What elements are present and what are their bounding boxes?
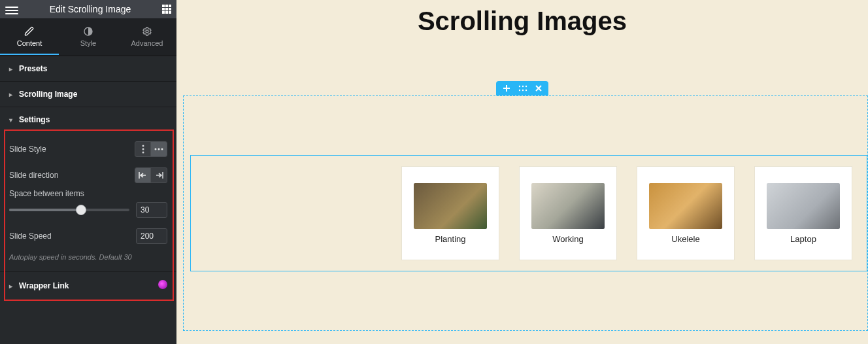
svg-point-11	[522, 86, 524, 87]
svg-point-3	[142, 148, 144, 150]
add-section-button[interactable]	[503, 84, 510, 92]
card-label: Planting	[435, 234, 466, 244]
section-title: Settings	[19, 115, 50, 124]
apps-grid-icon[interactable]	[162, 5, 171, 14]
align-end-icon	[154, 171, 163, 179]
tab-style[interactable]: Style	[59, 18, 118, 55]
tab-advanced[interactable]: Advanced	[118, 18, 176, 55]
dots-horizontal-icon	[154, 146, 163, 152]
svg-point-4	[142, 152, 144, 154]
svg-point-15	[526, 90, 527, 91]
card-thumbnail	[767, 183, 840, 229]
image-card[interactable]: Laptop	[754, 166, 852, 260]
image-card[interactable]: Planting	[401, 166, 499, 260]
label-slide-speed: Slide Speed	[9, 232, 52, 241]
caret-down-icon	[9, 115, 12, 124]
space-between-slider[interactable]	[9, 209, 129, 211]
editor-canvas: Scrolling Images PlantingWorkingUkeleleL…	[176, 0, 868, 344]
svg-point-7	[161, 148, 163, 150]
tab-label: Style	[59, 39, 118, 47]
card-label: Ukelele	[671, 234, 699, 244]
section-settings: Settings Slide Style Slide direction	[0, 107, 176, 271]
section-header-settings[interactable]: Settings	[0, 107, 176, 132]
image-card[interactable]: Working	[519, 166, 617, 260]
card-thumbnail	[531, 183, 605, 229]
svg-point-10	[519, 86, 520, 87]
slide-direction-left[interactable]	[135, 168, 151, 182]
svg-point-5	[155, 148, 157, 150]
grip-icon	[518, 85, 527, 92]
remove-section-button[interactable]	[535, 85, 542, 92]
editor-sidebar: Edit Scrolling Image Content Style Advan…	[0, 0, 176, 344]
sidebar-header: Edit Scrolling Image	[0, 0, 176, 18]
widget-frame[interactable]: PlantingWorkingUkeleleLaptop	[190, 155, 867, 271]
caret-right-icon	[9, 90, 12, 99]
tab-label: Content	[0, 39, 59, 47]
close-icon	[535, 85, 542, 92]
pencil-icon	[24, 26, 35, 37]
slider-thumb[interactable]	[76, 205, 86, 215]
section-frame[interactable]: PlantingWorkingUkeleleLaptop	[183, 95, 868, 331]
tab-content[interactable]: Content	[0, 18, 59, 55]
card-label: Working	[552, 234, 583, 244]
contrast-icon	[83, 26, 93, 37]
section-header-presets[interactable]: Presets	[0, 56, 176, 81]
tab-label: Advanced	[118, 39, 176, 47]
align-start-icon	[139, 171, 148, 179]
slide-direction-right[interactable]	[151, 168, 167, 182]
label-slide-style: Slide Style	[9, 145, 46, 154]
svg-point-1	[146, 30, 148, 33]
svg-point-13	[519, 90, 520, 91]
slide-speed-input[interactable]	[136, 228, 167, 244]
editor-tabs: Content Style Advanced	[0, 18, 176, 56]
card-label: Laptop	[790, 234, 816, 244]
card-thumbnail	[649, 183, 722, 229]
section-title: Presets	[19, 64, 47, 73]
svg-point-6	[158, 148, 160, 150]
slide-style-horizontal[interactable]	[151, 142, 167, 156]
section-toolbar	[496, 81, 548, 95]
section-title: Scrolling Image	[19, 90, 77, 99]
slide-style-vertical[interactable]	[135, 142, 151, 156]
panel-title: Edit Scrolling Image	[18, 4, 162, 14]
svg-point-14	[522, 90, 524, 91]
row-slide-direction: Slide direction	[9, 162, 167, 188]
plus-icon	[503, 84, 510, 92]
image-card[interactable]: Ukelele	[637, 166, 735, 260]
menu-icon[interactable]	[5, 5, 18, 14]
page-title: Scrolling Images	[176, 0, 868, 36]
row-slide-speed: Slide Speed	[9, 220, 167, 249]
scrolling-cards: PlantingWorkingUkeleleLaptop	[401, 166, 852, 260]
card-thumbnail	[414, 183, 487, 229]
dots-vertical-icon	[140, 145, 146, 154]
row-slide-style: Slide Style	[9, 136, 167, 162]
row-space-between: Space between items	[9, 188, 167, 220]
svg-point-2	[142, 145, 144, 147]
slide-style-toggle	[135, 141, 167, 157]
gear-icon	[142, 26, 152, 37]
section-scrolling-image: Scrolling Image	[0, 81, 176, 107]
slide-speed-hint: Autoplay speed in seconds. Default 30	[9, 249, 167, 264]
section-presets: Presets	[0, 56, 176, 81]
label-slide-direction: Slide direction	[9, 171, 58, 180]
section-header-wrapper-link[interactable]: Wrapper Link	[0, 272, 176, 299]
section-header-scrolling-image[interactable]: Scrolling Image	[0, 82, 176, 107]
drag-section-handle[interactable]	[518, 85, 527, 92]
section-wrapper-link: Wrapper Link	[0, 271, 176, 299]
settings-body: Slide Style Slide direction	[0, 132, 176, 271]
plugin-badge-icon	[158, 280, 167, 291]
section-title: Wrapper Link	[19, 281, 69, 290]
svg-point-12	[526, 86, 527, 87]
space-between-input[interactable]	[136, 202, 167, 218]
caret-right-icon	[9, 281, 12, 290]
label-space-between: Space between items	[9, 189, 84, 198]
slide-direction-toggle	[135, 167, 167, 183]
caret-right-icon	[9, 64, 12, 73]
